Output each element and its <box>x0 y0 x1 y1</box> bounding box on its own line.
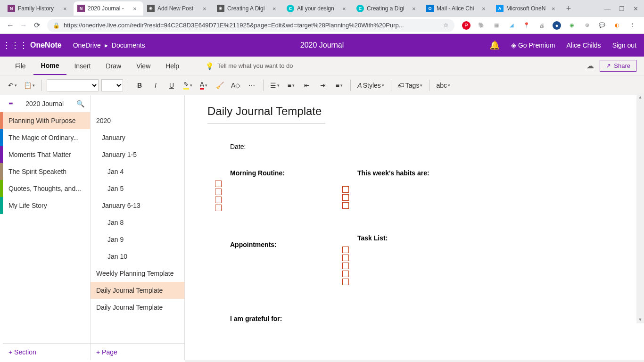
tab-home[interactable]: Home <box>33 57 67 75</box>
tab-file[interactable]: File <box>8 57 33 75</box>
close-icon[interactable]: × <box>63 5 70 12</box>
page-canvas[interactable]: Daily Journal Template Date: Morning Rou… <box>185 95 644 360</box>
checkbox[interactable] <box>342 186 349 193</box>
evernote-icon[interactable]: 🐘 <box>477 21 486 30</box>
notification-icon[interactable]: 🔔 <box>489 40 500 50</box>
font-family-select[interactable] <box>47 79 99 91</box>
back-button[interactable]: ← <box>4 19 17 32</box>
scroll-down-icon[interactable]: ▼ <box>636 316 644 323</box>
grateful-label[interactable]: I am grateful for: <box>230 315 621 322</box>
hamburger-icon[interactable]: ≡ <box>8 99 13 108</box>
font-color-button[interactable]: A▾ <box>197 79 210 92</box>
checkbox[interactable] <box>215 205 222 211</box>
document-title[interactable]: 2020 Journal <box>300 41 344 49</box>
numbered-list-button[interactable]: ≡▾ <box>284 79 297 92</box>
checkbox[interactable] <box>342 263 349 269</box>
reload-button[interactable]: ⟳ <box>30 19 43 32</box>
page-item[interactable]: Daily Journal Template <box>91 282 184 299</box>
browser-tab[interactable]: C All your design × <box>283 1 353 16</box>
section-item[interactable]: Planning With Purpose <box>3 112 90 129</box>
scroll-up-icon[interactable]: ▲ <box>636 93 644 101</box>
url-input[interactable]: 🔒 https://onedrive.live.com/redir?resid=… <box>47 19 454 32</box>
spelling-button[interactable]: abc▾ <box>434 79 452 92</box>
browser-tab[interactable]: ✳ Creating A Digi × <box>213 1 283 16</box>
page-item[interactable]: Jan 5 <box>91 180 184 197</box>
close-window-icon[interactable]: ✕ <box>633 5 638 12</box>
page-item[interactable]: January 6-13 <box>91 197 184 214</box>
date-label[interactable]: Date: <box>230 143 621 150</box>
underline-button[interactable]: U <box>165 79 178 92</box>
notebook-name[interactable]: 2020 Journal <box>25 100 64 107</box>
location-icon[interactable]: 📍 <box>522 21 531 30</box>
extension-icon[interactable]: ▦ <box>492 21 501 30</box>
tab-view[interactable]: View <box>129 57 158 75</box>
page-item[interactable]: Weekly Planning Template <box>91 265 184 282</box>
page-item[interactable]: Jan 4 <box>91 163 184 180</box>
star-icon[interactable]: ☆ <box>443 22 449 29</box>
forward-button[interactable]: → <box>17 19 30 32</box>
clear-formatting-button[interactable]: 🧹 <box>213 79 226 92</box>
sync-icon[interactable]: ☁ <box>586 61 594 70</box>
close-icon[interactable]: × <box>272 5 279 12</box>
tags-button[interactable]: 🏷 Tags▾ <box>396 79 425 92</box>
page-item[interactable]: January <box>91 129 184 146</box>
extension-icon[interactable]: ◐ <box>613 21 621 30</box>
format-painter-button[interactable]: A◇ <box>229 79 242 92</box>
morning-checklist[interactable] <box>215 181 315 211</box>
align-button[interactable]: ≡▾ <box>332 79 346 92</box>
page-item[interactable]: Jan 9 <box>91 231 184 248</box>
extension-icon[interactable]: 💬 <box>598 21 606 30</box>
scroll-left-icon[interactable]: ◀ <box>185 360 192 362</box>
habits-label[interactable]: This week's habits are: <box>357 169 452 177</box>
browser-tab-active[interactable]: N 2020 Journal - × <box>74 1 143 16</box>
app-launcher-icon[interactable]: ⋮⋮⋮ <box>8 38 23 53</box>
close-icon[interactable]: × <box>412 5 419 12</box>
menu-icon[interactable]: ⋮ <box>628 21 636 30</box>
share-button[interactable]: ↗ Share <box>600 60 636 72</box>
page-item[interactable]: 2020 <box>91 112 184 129</box>
checkbox[interactable] <box>342 271 349 277</box>
checkbox[interactable] <box>215 197 222 203</box>
brand-label[interactable]: OneNote <box>30 41 62 49</box>
tab-help[interactable]: Help <box>158 57 187 75</box>
browser-tab[interactable]: N Family History × <box>4 1 74 16</box>
horizontal-scrollbar[interactable]: ◀ ▶ <box>185 360 644 362</box>
checkbox[interactable] <box>215 189 222 195</box>
checkbox[interactable] <box>342 255 349 261</box>
browser-tab[interactable]: O Mail - Alice Chi × <box>422 1 492 16</box>
tasklist-label[interactable]: Task List: <box>357 234 452 242</box>
close-icon[interactable]: × <box>482 5 488 12</box>
add-page-button[interactable]: + Page <box>91 343 184 360</box>
vertical-scrollbar[interactable]: ▲ ▼ <box>636 93 644 323</box>
tab-draw[interactable]: Draw <box>98 57 129 75</box>
checkbox[interactable] <box>342 194 349 201</box>
bold-button[interactable]: B <box>133 79 146 92</box>
browser-tab[interactable]: C Creating a Digi × <box>353 1 422 16</box>
outdent-button[interactable]: ⇤ <box>300 79 314 92</box>
checkbox[interactable] <box>342 279 349 285</box>
task-checklist[interactable] <box>342 247 452 285</box>
close-icon[interactable]: × <box>133 5 140 12</box>
checkbox[interactable] <box>342 202 349 209</box>
minimize-icon[interactable]: — <box>604 5 611 12</box>
bullet-list-button[interactable]: ☰▾ <box>268 79 281 92</box>
extension-icon[interactable]: ◢ <box>507 21 516 30</box>
tell-me-search[interactable]: 💡 Tell me what you want to do <box>206 62 293 70</box>
browser-tab[interactable]: A Microsoft OneN × <box>492 1 562 16</box>
close-icon[interactable]: × <box>203 5 209 12</box>
font-size-select[interactable] <box>101 79 123 91</box>
highlight-button[interactable]: ✎▾ <box>181 79 194 92</box>
browser-tab[interactable]: ✳ Add New Post × <box>143 1 213 16</box>
add-section-button[interactable]: + Section <box>3 343 90 360</box>
close-icon[interactable]: × <box>552 5 558 12</box>
checkbox[interactable] <box>342 247 349 253</box>
section-item[interactable]: Quotes, Thoughts, and... <box>3 180 90 197</box>
section-item[interactable]: The Magic of Ordinary... <box>3 129 90 146</box>
go-premium-link[interactable]: ◈ Go Premium <box>511 41 555 49</box>
breadcrumb-link[interactable]: Documents <box>112 41 145 49</box>
styles-button[interactable]: A Styles▾ <box>355 79 386 92</box>
appointments-label[interactable]: Appointments: <box>230 241 315 248</box>
close-icon[interactable]: × <box>342 5 349 12</box>
section-item[interactable]: The Spirit Speaketh <box>3 163 90 180</box>
page-item[interactable]: January 1-5 <box>91 146 184 163</box>
